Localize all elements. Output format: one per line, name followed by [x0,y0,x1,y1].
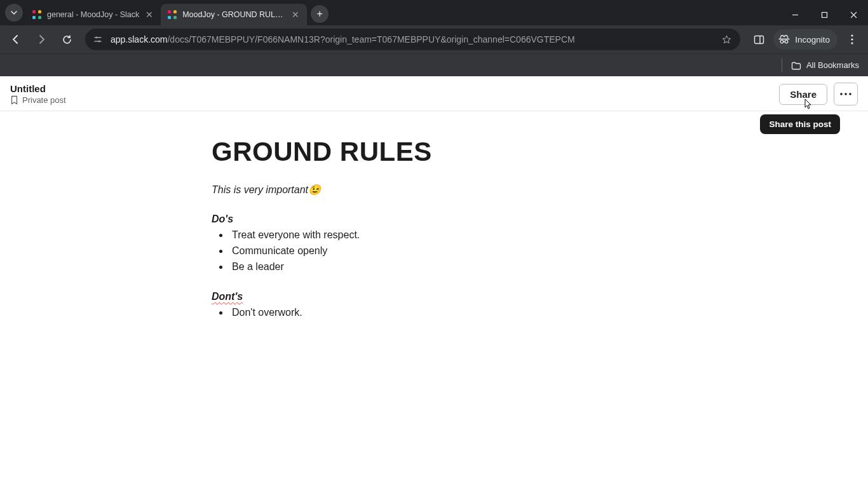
chevron-down-icon [11,10,17,16]
doc-privacy-label: Private post [22,95,66,105]
svg-point-8 [851,42,853,44]
arrow-left-icon [10,34,22,45]
slack-favicon-icon [167,10,177,20]
close-tab-button[interactable]: ✕ [144,10,154,20]
url-host: app.slack.com [111,34,167,44]
close-tab-button[interactable]: ✕ [290,10,301,20]
browser-menu-button[interactable] [841,29,863,50]
donts-heading: Dont's [212,291,656,302]
incognito-chip[interactable]: Incognito [773,29,837,50]
page-content: Untitled Private post Share Share this p… [0,76,868,488]
intro-text: This is very important [212,184,308,195]
list-item: Be a leader [229,259,656,275]
url-path: /docs/T067MEBPPUY/F066NAMN13R?origin_tea… [167,34,574,44]
arrow-right-icon [36,34,47,45]
url-text: app.slack.com/docs/T067MEBPPUY/F066NAMN1… [111,34,712,44]
window-minimize-button[interactable] [780,4,810,25]
doc-title: Untitled [10,83,66,94]
panel-icon [754,34,764,45]
new-tab-button[interactable]: + [311,5,329,23]
bookmark-star-button[interactable] [719,32,734,47]
wink-emoji-icon: 😉 [308,184,321,195]
donts-heading-text: Dont's [212,291,243,302]
list-item: Communicate openly [229,243,656,259]
browser-tab-inactive[interactable]: general - MoodJoy - Slack ✕ [25,4,161,25]
close-icon [850,11,857,18]
svg-point-2 [98,40,100,42]
kebab-icon [851,34,853,44]
doc-privacy[interactable]: Private post [10,95,66,105]
incognito-icon [778,35,790,44]
share-tooltip: Share this post [760,114,840,134]
star-icon [721,34,732,45]
bookmark-icon [10,95,18,105]
donts-list: Don't overwork. [212,305,656,321]
browser-toolbar: app.slack.com/docs/T067MEBPPUY/F066NAMN1… [0,25,868,53]
svg-point-11 [849,93,851,95]
maximize-icon [821,11,828,18]
tab-title: MoodJoy - GROUND RULES - S [182,10,285,19]
doc-header-left: Untitled Private post [10,83,66,105]
divider [782,58,782,72]
window-close-button[interactable] [839,4,868,25]
more-actions-button[interactable] [834,83,858,105]
intro-line: This is very important😉 [212,184,656,196]
svg-point-4 [780,40,783,43]
ellipsis-icon [840,93,851,95]
doc-header-right: Share [779,83,858,105]
all-bookmarks-label: All Bookmarks [806,60,859,70]
tab-strip: general - MoodJoy - Slack ✕ MoodJoy - GR… [0,0,868,25]
svg-point-5 [785,40,788,43]
svg-point-1 [95,36,97,38]
slack-favicon-icon [32,10,42,20]
list-item: Don't overwork. [229,305,656,321]
svg-point-9 [840,93,843,95]
address-bar[interactable]: app.slack.com/docs/T067MEBPPUY/F066NAMN1… [85,29,740,50]
minimize-icon [792,11,799,18]
nav-forward-button[interactable] [31,29,52,50]
dos-list: Treat everyone with respect. Communicate… [212,227,656,274]
svg-point-10 [844,93,847,95]
incognito-label: Incognito [795,35,830,44]
window-maximize-button[interactable] [810,4,839,25]
browser-chrome: general - MoodJoy - Slack ✕ MoodJoy - GR… [0,0,868,76]
tabs-dropdown-button[interactable] [5,4,23,22]
share-button[interactable]: Share [779,84,827,105]
nav-reload-button[interactable] [56,29,78,50]
window-controls [780,4,868,25]
document-heading: GROUND RULES [212,137,656,167]
list-item: Treat everyone with respect. [229,227,656,243]
doc-header: Untitled Private post Share Share this p… [0,76,868,111]
svg-point-7 [851,38,853,40]
doc-body[interactable]: GROUND RULES This is very important😉 Do'… [199,137,669,321]
nav-back-button[interactable] [5,29,27,50]
bookmarks-bar: All Bookmarks [0,53,868,76]
browser-tab-active[interactable]: MoodJoy - GROUND RULES - S ✕ [161,4,307,25]
all-bookmarks-button[interactable]: All Bookmarks [791,60,859,70]
site-settings-icon[interactable] [92,33,104,46]
folder-icon [791,61,801,70]
tab-title: general - MoodJoy - Slack [47,10,139,19]
reload-icon [62,34,72,45]
side-panel-button[interactable] [748,29,770,50]
svg-rect-0 [822,12,827,17]
svg-rect-3 [754,36,763,43]
dos-heading: Do's [212,214,656,225]
svg-point-6 [851,34,853,36]
